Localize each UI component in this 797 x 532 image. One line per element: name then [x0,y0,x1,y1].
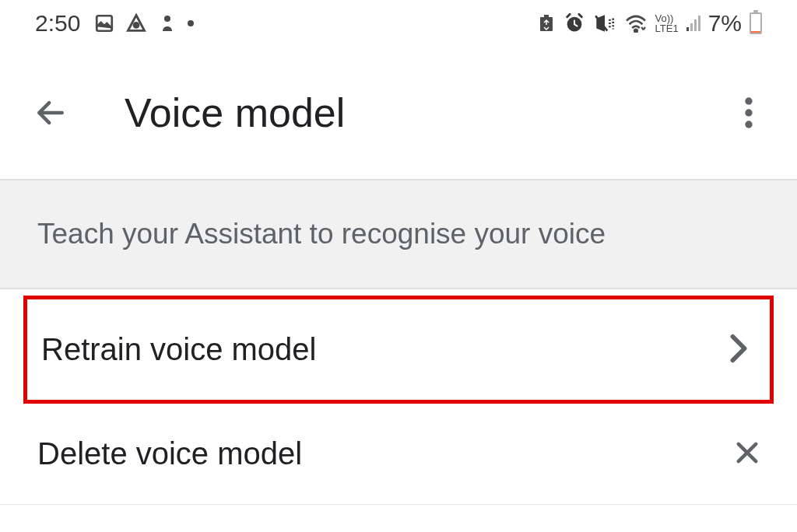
signal-icon [686,16,700,31]
page-title: Voice model [125,89,732,136]
svg-point-1 [134,23,139,27]
svg-point-7 [634,30,637,33]
triangle-icon [125,12,147,34]
svg-point-8 [745,97,752,104]
status-left: 2:50 [35,10,194,37]
back-button[interactable] [31,93,70,132]
more-options-button[interactable] [732,96,766,130]
status-bar: 2:50 [0,0,797,47]
app-bar: Voice model [0,47,797,179]
svg-point-9 [745,109,752,116]
svg-point-2 [164,16,170,22]
dot-icon [188,20,194,26]
chevron-right-icon [729,334,748,366]
status-right: Vo))LTE1 7% [537,10,762,37]
battery-percentage: 7% [708,10,742,37]
section-header: Teach your Assistant to recognise your v… [0,179,797,289]
vibrate-icon [593,13,616,33]
status-time: 2:50 [35,10,80,37]
svg-rect-4 [544,15,549,17]
retrain-voice-model-item[interactable]: Retrain voice model [23,296,774,404]
delete-voice-model-item[interactable]: Delete voice model [0,404,797,505]
lte-indicator: Vo))LTE1 [655,13,679,33]
person-icon [158,13,177,33]
list-item-label: Retrain voice model [41,332,317,367]
back-arrow-icon [33,96,68,130]
battery-icon [750,12,762,34]
more-vertical-icon [745,97,753,128]
recycle-icon [537,13,556,33]
list-item-label: Delete voice model [37,436,302,471]
section-header-text: Teach your Assistant to recognise your v… [37,218,760,250]
svg-point-10 [745,121,752,128]
alarm-icon [564,12,585,34]
image-icon [94,13,114,33]
wifi-icon [624,14,648,33]
close-icon [735,440,760,468]
